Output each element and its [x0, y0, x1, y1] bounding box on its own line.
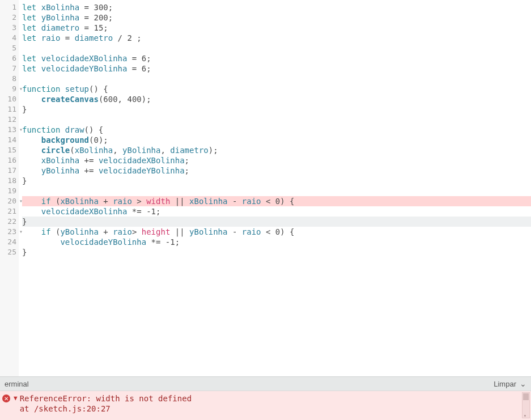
clear-button[interactable]: Limpar ⌄	[494, 379, 526, 388]
error-location: at /sketch.js:20:27	[20, 404, 192, 414]
code-line[interactable]: background(0);	[22, 135, 531, 145]
token-num: 400	[127, 95, 141, 104]
line-number: 13	[0, 125, 19, 135]
code-line[interactable]: circle(xBolinha, yBolinha, diametro);	[22, 145, 531, 155]
token-var: diametro	[170, 146, 208, 155]
token-op: ;	[103, 23, 108, 32]
code-line[interactable]	[22, 186, 531, 196]
token-op: ;	[185, 156, 189, 165]
line-number: 21	[0, 206, 19, 217]
scroll-down-icon[interactable]: ▾	[524, 413, 526, 418]
token-op: );	[209, 146, 218, 155]
line-number-gutter: 1234567891011121314151617181920212223242…	[0, 0, 19, 376]
scroll-thumb[interactable]	[523, 393, 529, 400]
code-line[interactable]: createCanvas(600, 400);	[22, 94, 531, 104]
token-var: raio	[41, 33, 61, 43]
token-kw: if	[41, 227, 51, 236]
token-num: 6	[142, 64, 146, 73]
code-editor[interactable]: 1234567891011121314151617181920212223242…	[0, 0, 531, 376]
chevron-down-icon: ⌄	[520, 379, 526, 388]
token-var: yBolinha	[122, 146, 160, 155]
code-line[interactable]: function setup() {	[22, 84, 531, 94]
token-var: diametro	[75, 33, 113, 43]
terminal-header: erminal Limpar ⌄	[0, 376, 531, 391]
code-line[interactable]: if (xBolinha + raio > width || xBolinha …	[22, 196, 531, 206]
token-num: 600	[103, 95, 117, 104]
line-number: 22	[0, 217, 19, 227]
code-line[interactable]: yBolinha += velocidadeYBolinha;	[22, 166, 531, 176]
code-line[interactable]: let yBolinha = 200;	[22, 12, 531, 23]
line-number: 12	[0, 114, 19, 125]
line-number: 4	[0, 33, 19, 43]
token-op	[22, 146, 41, 155]
code-line[interactable]: let raio = diametro / 2 ;	[22, 33, 531, 43]
token-var: draw	[65, 125, 84, 134]
token-var: diametro	[41, 23, 79, 32]
code-line[interactable]: }	[22, 247, 531, 257]
code-line[interactable]: }	[22, 176, 531, 186]
token-op: =	[60, 33, 74, 43]
code-line[interactable]: let velocidadeXBolinha = 6;	[22, 53, 531, 63]
token-op: }	[22, 248, 27, 257]
code-line[interactable]: velocidadeYBolinha *= -1;	[22, 237, 531, 247]
token-pink: width	[146, 197, 170, 206]
console-scrollbar[interactable]: ▴ ▾	[522, 392, 530, 418]
token-op: ,	[118, 95, 128, 104]
token-op	[22, 197, 41, 206]
token-op: =	[127, 54, 141, 63]
token-kw: let	[22, 54, 41, 63]
line-number: 10	[0, 94, 19, 104]
console-panel: ✕ ▼ ReferenceError: width is not defined…	[0, 391, 531, 420]
code-area[interactable]: let xBolinha = 300;let yBolinha = 200;le…	[19, 0, 531, 376]
line-number: 23	[0, 227, 19, 237]
console-error-message: ReferenceError: width is not defined at …	[20, 393, 192, 414]
token-var: raio	[113, 197, 132, 206]
token-op: ;	[146, 54, 151, 63]
token-var: velocidadeXBolinha	[99, 156, 185, 165]
code-line[interactable]: velocidadeXBolinha *= -1;	[22, 206, 531, 217]
line-number: 3	[0, 23, 19, 33]
line-number: 16	[0, 155, 19, 166]
token-op: ;	[156, 207, 160, 216]
token-op: +	[99, 197, 113, 206]
token-var: velocidadeXBolinha	[41, 207, 128, 216]
code-line[interactable]: }	[22, 217, 531, 227]
code-line[interactable]: xBolinha += velocidadeXBolinha;	[22, 155, 531, 166]
line-number: 15	[0, 145, 19, 155]
token-pink: height	[142, 227, 171, 236]
token-op	[22, 95, 41, 104]
line-number: 17	[0, 166, 19, 176]
token-op: ;	[185, 166, 189, 175]
token-num: 1	[170, 237, 175, 247]
token-kw: function	[22, 84, 65, 94]
token-op	[22, 227, 41, 236]
token-op: +=	[79, 166, 99, 175]
caret-down-icon[interactable]: ▼	[14, 394, 18, 402]
code-line[interactable]	[22, 74, 531, 84]
code-line[interactable]: let diametro = 15;	[22, 23, 531, 33]
token-num: 0	[275, 197, 280, 206]
token-op: >	[132, 227, 142, 236]
terminal-title: erminal	[5, 380, 29, 388]
code-line[interactable]: function draw() {	[22, 125, 531, 135]
error-title: ReferenceError: width is not defined	[20, 393, 192, 404]
line-number: 18	[0, 176, 19, 186]
code-line[interactable]: }	[22, 104, 531, 114]
token-op: () {	[89, 84, 108, 94]
token-num: 0	[275, 227, 280, 236]
token-var: raio	[242, 227, 261, 236]
line-number: 9	[0, 84, 19, 94]
line-number: 7	[0, 63, 19, 74]
token-kw: let	[22, 3, 41, 12]
token-num: 6	[142, 54, 146, 63]
line-number: 2	[0, 12, 19, 23]
code-line[interactable]: let velocidadeYBolinha = 6;	[22, 63, 531, 74]
token-kw: let	[22, 64, 41, 73]
code-line[interactable]: if (yBolinha + raio> height || yBolinha …	[22, 227, 531, 237]
code-line[interactable]	[22, 43, 531, 53]
token-var: xBolinha	[189, 197, 227, 206]
code-line[interactable]: let xBolinha = 300;	[22, 2, 531, 12]
token-op	[22, 156, 41, 165]
code-line[interactable]	[22, 114, 531, 125]
line-number: 5	[0, 43, 19, 53]
